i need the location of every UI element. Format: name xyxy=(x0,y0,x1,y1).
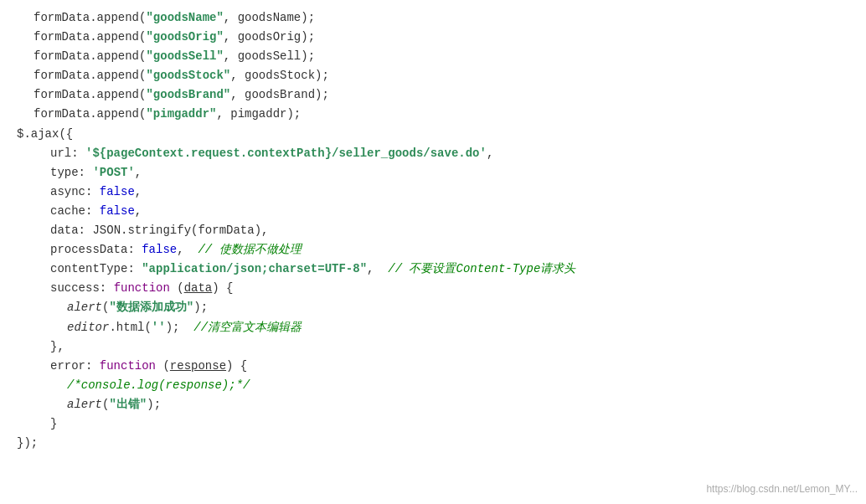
code-line: /*console.log(response);*/ xyxy=(0,376,866,395)
code-line: alert("出错"); xyxy=(0,395,866,414)
code-line: } xyxy=(0,414,866,434)
code-line: editor.html(''); //清空富文本编辑器 xyxy=(0,318,866,337)
code-line: formData.append("goodsName", goodsName); xyxy=(0,8,866,28)
code-block: formData.append("goodsName", goodsName);… xyxy=(0,0,866,504)
code-line: $.ajax({ xyxy=(0,125,866,144)
code-line: formData.append("goodsSell", goodsSell); xyxy=(0,47,866,66)
code-line: formData.append("goodsOrig", goodsOrig); xyxy=(0,28,866,47)
code-line: data: JSON.stringify(formData), xyxy=(0,221,866,240)
watermark: https://blog.csdn.net/Lemon_MY... xyxy=(706,481,858,497)
code-line: formData.append("goodsBrand", goodsBrand… xyxy=(0,85,866,105)
code-line: success: function (data) { xyxy=(0,279,866,298)
code-line: contentType: "application/json;charset=U… xyxy=(0,260,866,279)
code-line: formData.append("pimgaddr", pimgaddr); xyxy=(0,105,866,124)
code-line: error: function (response) { xyxy=(0,357,866,376)
code-line: url: '${pageContext.request.contextPath}… xyxy=(0,144,866,163)
code-line: }, xyxy=(0,337,866,357)
code-line: processData: false, // 使数据不做处理 xyxy=(0,240,866,260)
code-line: }); xyxy=(0,434,866,453)
code-line: alert("数据添加成功"); xyxy=(0,298,866,317)
code-line: cache: false, xyxy=(0,202,866,221)
code-line: type: 'POST', xyxy=(0,163,866,183)
code-line: async: false, xyxy=(0,183,866,202)
code-line: formData.append("goodsStock", goodsStock… xyxy=(0,66,866,85)
